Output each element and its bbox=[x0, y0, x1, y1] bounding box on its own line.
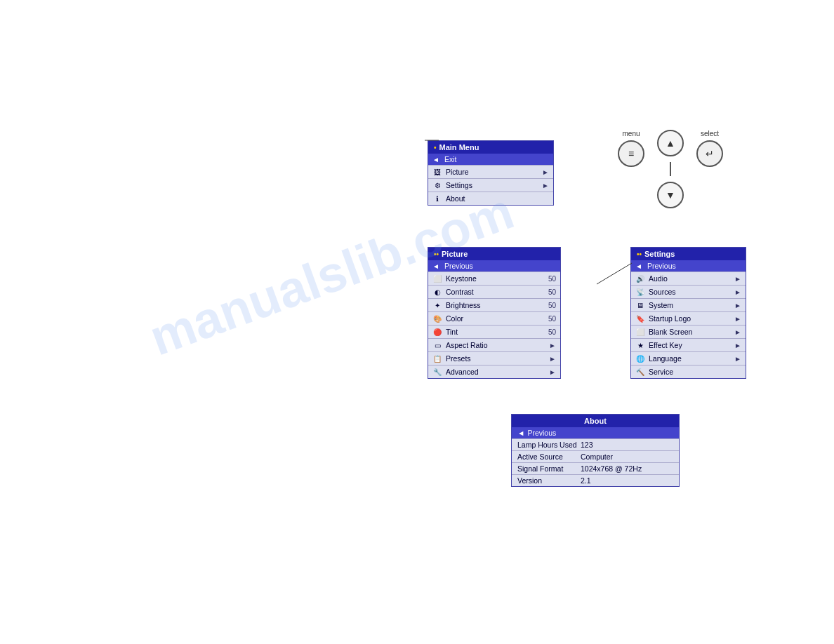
settings-menu-item-service[interactable]: 🔨 Service bbox=[631, 365, 746, 378]
settings-icon: ⚙ bbox=[432, 180, 442, 190]
settings-menu-item-sources[interactable]: 📡 Sources ► bbox=[631, 286, 746, 299]
main-menu-picture-label: Picture bbox=[446, 168, 469, 176]
picture-menu-tint-label: Tint bbox=[446, 328, 458, 336]
startup-icon: 🔖 bbox=[635, 314, 645, 323]
sources-icon: 📡 bbox=[635, 287, 645, 297]
contrast-value: 50 bbox=[548, 288, 556, 296]
effect-arrow-right: ► bbox=[734, 342, 741, 349]
picture-menu-item-tint[interactable]: 🔴 Tint 50 bbox=[428, 326, 560, 339]
about-version-value: 2.1 bbox=[581, 476, 591, 485]
main-menu-item-settings[interactable]: ⚙ Settings ► bbox=[428, 179, 553, 192]
aspect-icon: ▭ bbox=[432, 340, 442, 350]
main-menu-about-label: About bbox=[446, 194, 465, 203]
menu-control-col: menu ≡ bbox=[618, 130, 644, 167]
settings-menu-previous-label: Previous bbox=[647, 262, 676, 270]
picture-icon: 🖼 bbox=[432, 167, 442, 177]
sources-arrow-right: ► bbox=[734, 288, 741, 296]
picture-menu-item-aspect[interactable]: ▭ Aspect Ratio ► bbox=[428, 339, 560, 352]
up-button[interactable]: ▲ bbox=[657, 130, 684, 156]
settings-menu-item-blank[interactable]: ⬜ Blank Screen ► bbox=[631, 326, 746, 339]
settings-menu-item-effect[interactable]: ★ Effect Key ► bbox=[631, 339, 746, 352]
picture-menu-header: •• Picture bbox=[428, 248, 560, 260]
settings-menu-item-system[interactable]: 🖥 System ► bbox=[631, 299, 746, 312]
about-lamp-label: Lamp Hours Used bbox=[517, 441, 581, 449]
system-icon: 🖥 bbox=[635, 300, 645, 310]
down-icon: ▼ bbox=[666, 189, 675, 201]
aspect-arrow-right: ► bbox=[549, 342, 556, 349]
settings-menu-header: •• Settings bbox=[631, 248, 746, 260]
menu-icon: ≡ bbox=[628, 148, 634, 159]
settings-menu-item-startup[interactable]: 🔖 Startup Logo ► bbox=[631, 312, 746, 326]
about-prev-arrow: ◄ bbox=[517, 429, 524, 437]
picture-menu-item-presets[interactable]: 📋 Presets ► bbox=[428, 352, 560, 365]
brightness-icon: ✦ bbox=[432, 300, 442, 310]
picture-menu-item-advanced[interactable]: 🔧 Advanced ► bbox=[428, 365, 560, 378]
system-arrow-right: ► bbox=[734, 302, 741, 309]
settings-menu-service-label: Service bbox=[649, 368, 673, 376]
brightness-value: 50 bbox=[548, 302, 556, 309]
menu-button[interactable]: ≡ bbox=[618, 140, 644, 167]
controls-area: menu ≡ ▲ ▼ select ↵ bbox=[618, 130, 723, 208]
keystone-value: 50 bbox=[548, 275, 556, 283]
main-menu-settings-label: Settings bbox=[446, 181, 472, 189]
main-menu-item-picture[interactable]: 🖼 Picture ► bbox=[428, 166, 553, 179]
picture-menu: •• Picture ◄ Previous ⬜ Keystone 50 ◐ Co… bbox=[428, 247, 561, 379]
about-menu-header: About bbox=[512, 415, 679, 427]
main-menu-item-about[interactable]: ℹ About bbox=[428, 192, 553, 205]
language-arrow-right: ► bbox=[734, 355, 741, 363]
presets-arrow-right: ► bbox=[549, 355, 556, 363]
main-menu-header: • Main Menu bbox=[428, 141, 553, 154]
about-menu-item-previous[interactable]: ◄ Previous bbox=[512, 427, 679, 439]
up-icon: ▲ bbox=[666, 137, 675, 149]
picture-menu-item-brightness[interactable]: ✦ Brightness 50 bbox=[428, 299, 560, 312]
main-menu-item-exit[interactable]: ◄ Exit bbox=[428, 154, 553, 166]
picture-menu-contrast-label: Contrast bbox=[446, 288, 474, 296]
about-menu: About ◄ Previous Lamp Hours Used 123 Act… bbox=[511, 414, 680, 487]
settings-menu-language-label: Language bbox=[649, 354, 682, 363]
picture-menu-previous-label: Previous bbox=[444, 262, 473, 270]
settings-menu-system-label: System bbox=[649, 301, 673, 309]
about-source-label: Active Source bbox=[517, 452, 581, 461]
picture-menu-item-previous[interactable]: ◄ Previous bbox=[428, 260, 560, 272]
picture-menu-item-color[interactable]: 🎨 Color 50 bbox=[428, 312, 560, 326]
tint-icon: 🔴 bbox=[432, 327, 442, 337]
settings-menu-sources-label: Sources bbox=[649, 288, 676, 296]
blank-arrow-right: ► bbox=[734, 328, 741, 336]
about-source-value: Computer bbox=[581, 452, 613, 461]
audio-icon: 🔊 bbox=[635, 274, 645, 283]
about-row-signal: Signal Format 1024x768 @ 72Hz bbox=[512, 463, 679, 475]
settings-menu: •• Settings ◄ Previous 🔊 Audio ► 📡 Sourc… bbox=[630, 247, 746, 379]
about-menu-title: About bbox=[584, 417, 607, 425]
settings-prev-arrow: ◄ bbox=[635, 262, 642, 270]
down-button[interactable]: ▼ bbox=[657, 182, 684, 208]
effect-icon: ★ bbox=[635, 340, 645, 350]
updown-control-col: ▲ ▼ bbox=[657, 130, 684, 208]
tint-value: 50 bbox=[548, 328, 556, 336]
about-lamp-value: 123 bbox=[581, 441, 593, 449]
settings-arrow-right: ► bbox=[542, 182, 549, 189]
main-menu-exit-label: Exit bbox=[444, 155, 457, 163]
select-control-col: select ↵ bbox=[696, 130, 723, 167]
picture-arrow-right: ► bbox=[542, 168, 549, 176]
exit-arrow: ◄ bbox=[432, 156, 439, 163]
settings-menu-item-language[interactable]: 🌐 Language ► bbox=[631, 352, 746, 365]
settings-menu-dots: •• bbox=[637, 250, 642, 258]
picture-menu-dots: •• bbox=[434, 250, 439, 258]
about-row-version: Version 2.1 bbox=[512, 475, 679, 486]
picture-prev-arrow: ◄ bbox=[432, 262, 439, 270]
main-menu-title: Main Menu bbox=[439, 143, 479, 152]
picture-menu-item-keystone[interactable]: ⬜ Keystone 50 bbox=[428, 272, 560, 286]
select-button[interactable]: ↵ bbox=[696, 140, 723, 167]
settings-menu-item-audio[interactable]: 🔊 Audio ► bbox=[631, 272, 746, 286]
contrast-icon: ◐ bbox=[432, 287, 442, 297]
color-value: 50 bbox=[548, 315, 556, 323]
picture-menu-presets-label: Presets bbox=[446, 354, 471, 363]
select-label: select bbox=[701, 130, 719, 137]
menu-label: menu bbox=[622, 130, 640, 137]
advanced-icon: 🔧 bbox=[432, 367, 442, 377]
picture-menu-item-contrast[interactable]: ◐ Contrast 50 bbox=[428, 286, 560, 299]
audio-arrow-right: ► bbox=[734, 275, 741, 283]
settings-menu-item-previous[interactable]: ◄ Previous bbox=[631, 260, 746, 272]
settings-menu-startup-label: Startup Logo bbox=[649, 314, 691, 323]
select-icon: ↵ bbox=[706, 148, 714, 159]
